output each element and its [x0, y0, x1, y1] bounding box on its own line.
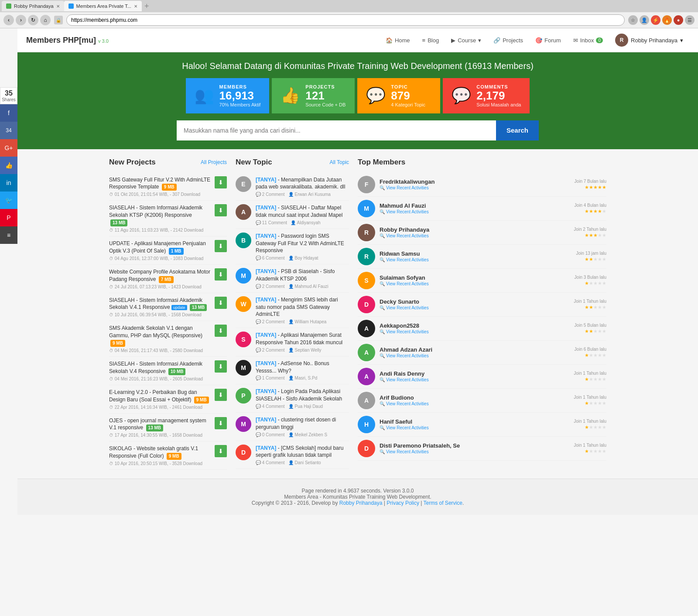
nav-home[interactable]: 🏠 Home	[380, 28, 416, 52]
topic-avatar-3: B	[236, 233, 251, 248]
project-title-4: Website Company Profile Asokatama Motor …	[109, 268, 211, 283]
member-avatar-3: R	[358, 248, 375, 265]
nav-blog[interactable]: ≡ Blog	[416, 28, 445, 52]
member-avatar-11: D	[358, 440, 375, 457]
member-activity-link-10[interactable]: 🔍 View Recent Activities	[380, 425, 569, 430]
googleplus-share-button[interactable]: G+	[0, 139, 17, 157]
stars: ★★★★★	[585, 209, 606, 214]
list-item: H Hanif Saeful 🔍 View Recent Activities …	[358, 413, 606, 437]
member-activity-link-9[interactable]: 🔍 View Recent Activities	[380, 401, 569, 406]
member-activity-link-11[interactable]: 🔍 View Recent Activities	[380, 449, 569, 454]
list-item: S Sulaiman Sofyan 🔍 View Recent Activiti…	[358, 269, 606, 293]
stat-projects: 👍 PROJECTS 121 Source Code + DB	[272, 78, 355, 113]
member-avatar-7: A	[358, 344, 375, 361]
forum-icon: 🎯	[535, 37, 542, 44]
star-icon[interactable]: ☆	[628, 15, 638, 25]
list-item: R Robby Prihandaya 🔍 View Recent Activit…	[358, 221, 606, 245]
topic-avatar-10: D	[236, 445, 251, 460]
member-name-1: Mahmud Al Fauzi	[380, 202, 570, 209]
tanya-label-10: [TANYA]	[256, 445, 276, 451]
member-avatar-5: D	[358, 296, 375, 313]
badge-3: 1 MB	[169, 248, 184, 255]
topic-meta-2: 💬 11 Comment 👤 Aldiyansyah	[256, 220, 349, 225]
download-btn-1[interactable]: ⬇	[215, 176, 227, 188]
tanya-label-4: [TANYA]	[256, 268, 276, 274]
topic-info-9: [TANYA] - clustering riset dosen di perg…	[256, 416, 349, 437]
tanya-label-6: [TANYA]	[256, 332, 276, 338]
download-btn-7[interactable]: ⬇	[215, 360, 227, 373]
topic-meta-3: 💬 6 Comment 👤 Boy Hidayat	[256, 256, 349, 260]
nav-inbox[interactable]: ✉ Inbox 0	[567, 28, 609, 52]
badge-5: 13 MB	[190, 304, 207, 311]
all-projects-link[interactable]: All Projects	[201, 159, 227, 165]
footer: Page rendered in 4.9637 seconds. Version…	[17, 479, 698, 515]
badge-1: 9 MB	[162, 184, 177, 191]
hero-title: Haloo! Selamat Datang di Komunitas Priva…	[26, 61, 689, 71]
stars: ★★★★★	[585, 233, 606, 238]
download-btn-6[interactable]: ⬇	[215, 325, 227, 337]
new-tab-button[interactable]: +	[142, 2, 152, 11]
extension-icon-3: ●	[674, 15, 683, 25]
topic-info-6: [TANYA] - Aplikasi Manajemen Surat Respo…	[256, 332, 349, 352]
comments-stat-icon: 💬	[452, 86, 471, 105]
search-icon-small: 🔍	[380, 425, 385, 430]
brand-logo[interactable]: Members PHP[mu] v 3.0	[26, 36, 109, 45]
member-activity-link-4[interactable]: 🔍 View Recent Activities	[380, 281, 570, 286]
twitter-share-button[interactable]: 🐦	[0, 192, 17, 209]
like-button[interactable]: 👍	[0, 157, 17, 174]
nav-course[interactable]: ▶ Course ▾	[445, 28, 487, 52]
tab-2-close[interactable]: ✕	[134, 4, 137, 9]
download-btn-2[interactable]: ⬇	[215, 204, 227, 216]
member-activity-link-1[interactable]: 🔍 View Recent Activities	[380, 209, 570, 214]
topics-number: 879	[391, 89, 425, 102]
nav-projects[interactable]: 🔗 Projects	[487, 28, 529, 52]
forward-button[interactable]: ›	[16, 15, 26, 25]
member-activity-link-6[interactable]: 🔍 View Recent Activities	[380, 329, 570, 334]
member-right-1: Join 4 Bulan lalu ★★★★★	[575, 203, 606, 214]
member-activity-link-5[interactable]: 🔍 View Recent Activities	[380, 305, 569, 310]
home-button[interactable]: ⌂	[40, 15, 51, 25]
member-activity-link-3[interactable]: 🔍 View Recent Activities	[380, 257, 572, 262]
list-item: SIASELAH - Sistem Informasi Akademik Sek…	[109, 357, 227, 385]
settings-icon[interactable]: ☰	[685, 15, 695, 25]
download-btn-4[interactable]: ⬇	[215, 268, 227, 281]
user-menu[interactable]: R Robby Prihandaya ▾	[609, 28, 689, 52]
back-button[interactable]: ‹	[3, 15, 14, 25]
tab-1-label: Robby Prihandaya	[14, 3, 54, 9]
member-activity-link-0[interactable]: 🔍 View Recent Activities	[380, 185, 570, 190]
projects-stat-icon: 👍	[281, 86, 300, 105]
search-button[interactable]: Search	[496, 120, 539, 140]
member-right-0: Join 7 Bulan lalu ★★★★★	[575, 179, 606, 190]
other-share-button[interactable]: ≡	[0, 226, 17, 244]
tab-2[interactable]: Members Area Private T... ✕	[64, 1, 142, 11]
member-activity-link-7[interactable]: 🔍 View Recent Activities	[380, 353, 570, 358]
members-column: Top Members // Render members dynamicall…	[358, 158, 606, 470]
topic-meta-10: 💬 4 Comment 👤 Dani Setianto	[256, 460, 349, 465]
list-item: E [TANYA] - Menampilkan Data Jutaan pada…	[236, 173, 349, 201]
facebook-share-button[interactable]: f	[0, 104, 17, 122]
member-right-11: Join 1 Tahun lalu ★★★★★	[574, 443, 606, 454]
download-btn-10[interactable]: ⬇	[215, 445, 227, 457]
member-activity-link-2[interactable]: 🔍 View Recent Activities	[380, 233, 569, 238]
privacy-policy-link[interactable]: Privacy Policy	[387, 500, 419, 506]
list-item: F Fredriktakaliwungan 🔍 View Recent Acti…	[358, 173, 606, 197]
stars: ★★★★★	[585, 424, 606, 430]
reload-button[interactable]: ↻	[28, 15, 38, 25]
member-activity-link-8[interactable]: 🔍 View Recent Activities	[380, 377, 569, 382]
linkedin-share-button[interactable]: in	[0, 174, 17, 192]
nav-forum[interactable]: 🎯 Forum	[529, 28, 567, 52]
download-btn-5[interactable]: ⬇	[215, 297, 227, 309]
terms-link[interactable]: Terms of Service	[424, 500, 462, 506]
download-btn-8[interactable]: ⬇	[215, 389, 227, 401]
search-input[interactable]	[177, 120, 496, 140]
download-btn-9[interactable]: ⬇	[215, 417, 227, 429]
tab-1-close[interactable]: ✕	[56, 4, 60, 9]
user-avatar: R	[615, 34, 628, 47]
url-bar[interactable]	[66, 14, 625, 26]
footer-author-link[interactable]: Robby Prihandaya	[339, 500, 383, 506]
pinterest-share-button[interactable]: P	[0, 209, 17, 226]
all-topics-link[interactable]: All Topic	[330, 159, 349, 165]
download-btn-3[interactable]: ⬇	[215, 240, 227, 252]
tab-1[interactable]: Robby Prihandaya ✕	[2, 1, 64, 11]
topic-meta-6: 💬 2 Comment 👤 Septian Welly	[256, 348, 349, 352]
